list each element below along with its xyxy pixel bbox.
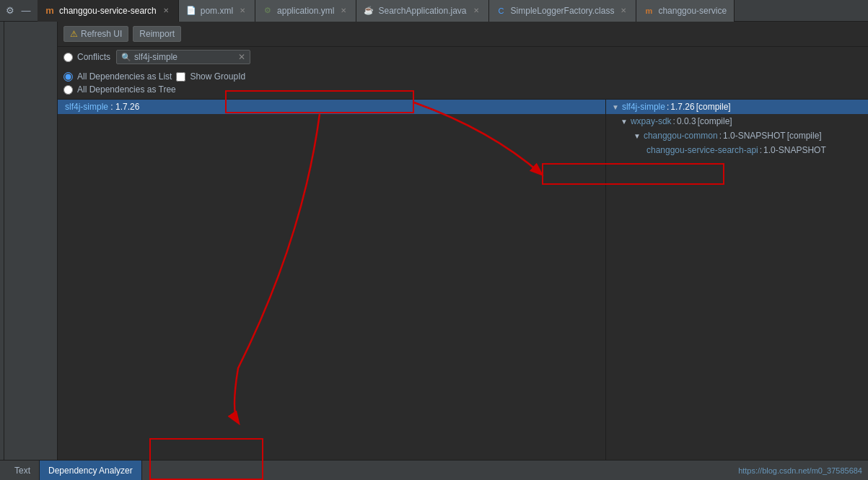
tab-application-yml[interactable]: ⚙ application.yml ✕ [255, 0, 356, 22]
tab-close-changgou[interactable]: ✕ [161, 6, 171, 16]
tree-item-1[interactable]: ▼ wxpay-sdk : 0.0.3 [compile] [606, 114, 868, 128]
tab-label-java: SearchApplication.java [378, 6, 466, 16]
tree-name-2: changgou-common [644, 131, 718, 141]
all-deps-tree-row: All Dependencies as Tree [63, 84, 862, 95]
dep-split: slf4j-simple : 1.7.26 ▼ slf4j-simple : 1… [58, 99, 868, 460]
tree-arrow-0: ▼ [612, 103, 619, 111]
tree-name-1: wxpay-sdk [631, 116, 672, 126]
reimport-label: Reimport [139, 29, 175, 39]
tree-item-2[interactable]: ▼ changgou-common : 1.0-SNAPSHOT [compil… [606, 128, 868, 143]
tree-scope-0: [compile] [696, 102, 731, 112]
status-tabs: Text Dependency Analyzer [6, 461, 142, 481]
show-group-id-checkbox[interactable] [176, 72, 185, 82]
dep-list-item[interactable]: slf4j-simple : 1.7.26 [58, 100, 605, 114]
tab-icon-java: ☕ [364, 6, 374, 16]
tab-simple-logger[interactable]: C SimpleLoggerFactory.class ✕ [489, 0, 637, 22]
tree-arrow-1: ▼ [621, 118, 628, 126]
tree-name-3: changgou-service-search-api [646, 145, 758, 155]
tree-name-0: slf4j-simple [622, 102, 665, 112]
all-deps-tree-radio[interactable] [63, 85, 73, 95]
tab-text-label: Text [14, 466, 30, 476]
settings-icon[interactable]: ⚙ [3, 4, 17, 18]
status-bar: Text Dependency Analyzer https://blog.cs… [0, 460, 868, 480]
tab-pom-xml[interactable]: 📄 pom.xml ✕ [179, 0, 255, 22]
tree-version-1: 0.0.3 [677, 116, 696, 126]
tab-changgou-service-2[interactable]: m changgou-service [636, 0, 735, 22]
tab-close-pom[interactable]: ✕ [237, 6, 247, 16]
tree-item-0[interactable]: ▼ slf4j-simple : 1.7.26 [compile] [606, 100, 868, 114]
dep-list-version: 1.7.26 [115, 102, 139, 112]
search-clear-icon[interactable]: ✕ [238, 52, 245, 62]
tree-sep-2: : [719, 131, 722, 141]
conflicts-search-row: Conflicts 🔍 ✕ [58, 47, 868, 67]
tab-close-java[interactable]: ✕ [471, 6, 481, 16]
tab-close-class[interactable]: ✕ [618, 6, 628, 16]
tree-item-3[interactable]: changgou-service-search-api : 1.0-SNAPSH… [606, 143, 868, 157]
dep-list-panel[interactable]: slf4j-simple : 1.7.26 [58, 100, 606, 460]
tab-dep-analyzer-label: Dependency Analyzer [48, 466, 133, 476]
tree-scope-1: [compile] [698, 116, 732, 126]
tree-version-0: 1.7.26 [670, 102, 694, 112]
tab-label-class: SimpleLoggerFactory.class [511, 6, 615, 16]
tree-sep-3: : [760, 145, 762, 155]
all-deps-tree-label: All Dependencies as Tree [77, 84, 176, 95]
tree-scope-2: [compile] [787, 131, 822, 141]
options-area: All Dependencies as List Show GroupId Al… [58, 67, 868, 99]
left-strip [0, 22, 58, 460]
tab-label-yml: application.yml [277, 6, 334, 16]
search-input[interactable] [134, 52, 235, 62]
tab-bar-controls: ⚙ — [3, 4, 33, 18]
tab-label-changgou: changgou-service-search [59, 6, 157, 16]
reimport-button[interactable]: Reimport [133, 26, 181, 42]
minimize-icon[interactable]: — [19, 4, 33, 18]
conflicts-label: Conflicts [77, 52, 110, 62]
refresh-ui-button[interactable]: ⚠ Refresh UI [63, 26, 128, 42]
tree-sep-1: : [673, 116, 675, 126]
status-url: https://blog.csdn.net/m0_37585684 [738, 466, 862, 475]
tab-bar: ⚙ — m changgou-service-search ✕ 📄 pom.xm… [0, 0, 868, 22]
dep-tree-panel[interactable]: ▼ slf4j-simple : 1.7.26 [compile] ▼ wxpa… [606, 100, 868, 460]
show-group-id-label: Show GroupId [190, 71, 245, 82]
tree-sep-0: : [667, 102, 669, 112]
tab-icon-yml: ⚙ [263, 6, 273, 16]
tab-label-changgou2: changgou-service [658, 6, 727, 16]
tab-icon-m: m [45, 6, 55, 16]
dep-list-name: slf4j-simple [65, 102, 108, 112]
conflicts-radio[interactable] [63, 53, 73, 62]
search-icon: 🔍 [121, 53, 131, 62]
tab-changgou-service-search[interactable]: m changgou-service-search ✕ [38, 0, 179, 22]
tab-search-application[interactable]: ☕ SearchApplication.java ✕ [356, 0, 488, 22]
warning-icon: ⚠ [70, 29, 78, 39]
search-input-wrap: 🔍 ✕ [116, 50, 250, 64]
tab-text[interactable]: Text [6, 461, 40, 481]
tree-version-2: 1.0-SNAPSHOT [723, 131, 786, 141]
all-deps-list-label: All Dependencies as List [77, 71, 172, 82]
main-area: ⚠ Refresh UI Reimport Conflicts 🔍 ✕ [0, 22, 868, 460]
tab-dependency-analyzer[interactable]: Dependency Analyzer [40, 461, 142, 481]
tab-icon-class: C [496, 6, 507, 16]
maven-panel: ⚠ Refresh UI Reimport Conflicts 🔍 ✕ [58, 22, 868, 460]
tab-close-yml[interactable]: ✕ [338, 6, 348, 16]
conflicts-option-row: Conflicts [63, 52, 110, 62]
tab-icon-pom: 📄 [186, 6, 196, 16]
all-deps-list-row: All Dependencies as List Show GroupId [63, 71, 862, 82]
toolbar: ⚠ Refresh UI Reimport [58, 22, 868, 47]
refresh-label: Refresh UI [81, 29, 122, 39]
tree-arrow-2: ▼ [634, 132, 641, 140]
tree-version-3: 1.0-SNAPSHOT [763, 145, 826, 155]
tab-icon-m2: m [644, 6, 654, 16]
all-deps-list-radio[interactable] [63, 72, 73, 82]
tab-label-pom: pom.xml [201, 6, 233, 16]
